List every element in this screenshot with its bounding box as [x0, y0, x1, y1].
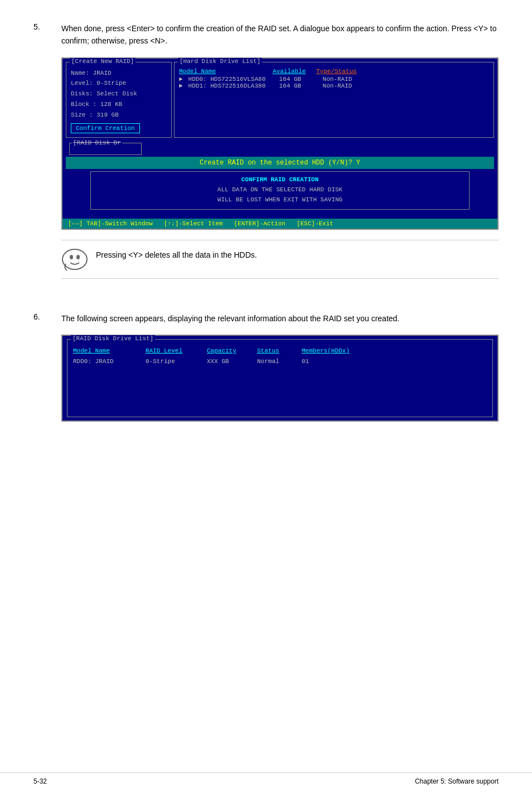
statusbar-item-0: [←→] TAB]-Switch Window — [68, 220, 153, 227]
hdd-row-1: ► HDD1: HDS722516DLA380 164 GB Non-RAID — [179, 83, 489, 89]
panel2-title: [RAID Disk Drive List] — [71, 335, 155, 342]
raid-partial-title: [RAID Disk Dr — [72, 139, 122, 146]
raid-list-header: Model Name RAID Level Capacity Status Me… — [73, 347, 487, 354]
svg-point-0 — [62, 249, 87, 269]
raid-col-status: Status — [257, 347, 302, 354]
raid-col-level: RAID Level — [146, 347, 207, 354]
raid-row-0-status: Normal — [257, 356, 302, 368]
confirm-title: CONFIRM RAID CREATION — [96, 176, 463, 183]
step-5-content: When done, press <Enter> to confirm the … — [61, 22, 499, 296]
bios-dialog: Create RAID on the selected HDD (Y/N)? Y — [66, 157, 494, 169]
raid-size: Size : 319 GB — [71, 110, 167, 120]
raid-col-cap: Capacity — [207, 347, 257, 354]
raid-row-0-level: 0-Stripe — [146, 356, 207, 368]
step-6-content: The following screen appears, displaying… — [61, 312, 499, 422]
svg-point-2 — [76, 255, 80, 259]
create-raid-info: Name: JRAID Level: 0-Stripe Disks: Selec… — [71, 68, 167, 134]
hdd-list-panel: [Hard Disk Drive List] Model Name Availa… — [174, 62, 494, 138]
hdd-1-avail: 164 GB — [279, 83, 318, 89]
raid-col-members: Members(HDDx) — [302, 347, 350, 354]
bios-screen2-inner: [RAID Disk Drive List] Model Name RAID L… — [62, 336, 497, 421]
confirm-creation-button[interactable]: Confirm Creation — [71, 123, 140, 133]
hdd-col-model: Model Name — [179, 68, 268, 75]
statusbar-item-2: [ENTER]-Action — [234, 220, 285, 227]
raid-row-0-members: 01 — [302, 356, 309, 368]
bios-screen-1: [Create New RAID] Name: JRAID Level: 0-S… — [61, 57, 499, 230]
step-5-number: 5. — [33, 22, 50, 296]
empty-rows — [73, 368, 487, 412]
bios-mid-area: [RAID Disk Dr — [62, 141, 497, 157]
create-raid-panel: [Create New RAID] Name: JRAID Level: 0-S… — [66, 62, 172, 138]
hdd-1-arrow: ► — [179, 83, 183, 89]
confirm-line2: WILL BE LOST WHEN EXIT WITH SAVING — [96, 195, 463, 205]
hdd-0-name: HDD0: HDS722516VLSA80 — [188, 76, 275, 83]
step-5: 5. When done, press <Enter> to confirm t… — [33, 22, 499, 296]
step-6-text: The following screen appears, displaying… — [61, 312, 499, 325]
note-icon — [61, 246, 88, 273]
bios-confirm-box: CONFIRM RAID CREATION ALL DATA ON THE SE… — [90, 171, 470, 210]
confirm-line1: ALL DATA ON THE SELECTED HARD DISK — [96, 185, 463, 195]
raid-disks: Disks: Select Disk — [71, 89, 167, 99]
note-text: Pressing <Y> deletes all the data in the… — [96, 246, 257, 261]
hdd-col-avail: Available — [273, 68, 312, 75]
bios-main-area: [Create New RAID] Name: JRAID Level: 0-S… — [62, 59, 497, 141]
bios-statusbar: [←→] TAB]-Switch Window [↑↓]-Select Item… — [62, 219, 497, 229]
step-6: 6. The following screen appears, display… — [33, 312, 499, 422]
footer-page-number: 5-32 — [33, 777, 47, 785]
raid-row-0-model: RDD0: JRAID — [73, 356, 146, 368]
raid-col-model: Model Name — [73, 347, 146, 354]
bios-screen-2: [RAID Disk Drive List] Model Name RAID L… — [61, 335, 499, 422]
step-6-number: 6. — [33, 312, 50, 422]
raid-row-0-cap: XXX GB — [207, 356, 257, 368]
statusbar-item-1: [↑↓]-Select Item — [164, 220, 223, 227]
raid-level: Level: 0-Stripe — [71, 78, 167, 89]
raid-disk-drive-list-panel: [RAID Disk Drive List] Model Name RAID L… — [67, 339, 493, 417]
raid-block: Block : 128 KB — [71, 99, 167, 110]
svg-point-1 — [70, 255, 73, 259]
step-5-text: When done, press <Enter> to confirm the … — [61, 22, 499, 47]
hdd-row-0: ► HDD0: HDS722516VLSA80 164 GB Non-RAID — [179, 76, 489, 83]
raid-name: Name: JRAID — [71, 68, 167, 79]
statusbar-item-3: [ESC]-Exit — [297, 220, 333, 227]
hdd-0-type: Non-RAID — [323, 76, 352, 83]
note-box: Pressing <Y> deletes all the data in the… — [61, 240, 499, 279]
hdd-col-type: Type/Status — [316, 68, 357, 75]
raid-list-row-0: RDD0: JRAID 0-Stripe XXX GB Normal 01 — [73, 356, 487, 368]
hdd-list-header: Model Name Available Type/Status — [179, 68, 489, 75]
hdd-1-name: HDD1: HDS722516DLA380 — [188, 83, 275, 89]
hdd-1-type: Non-RAID — [323, 83, 352, 89]
hdd-0-arrow: ► — [179, 76, 183, 83]
create-raid-panel-title: [Create New RAID] — [70, 58, 136, 65]
hdd-list-panel-title: [Hard Disk Drive List] — [178, 58, 262, 65]
footer-chapter: Chapter 5: Software support — [415, 777, 499, 785]
raid-disk-partial: [RAID Disk Dr — [69, 143, 142, 155]
page-footer: 5-32 Chapter 5: Software support — [0, 772, 532, 785]
hdd-0-avail: 164 GB — [279, 76, 318, 83]
